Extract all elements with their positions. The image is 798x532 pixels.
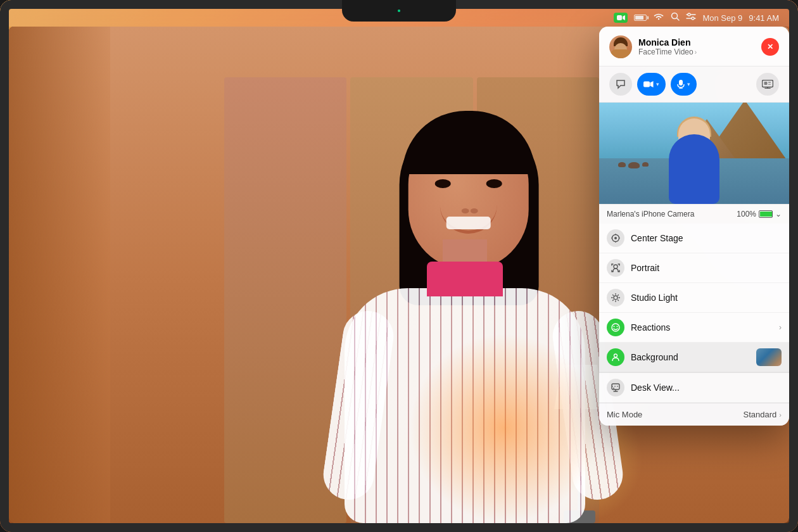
portrait-icon: [607, 259, 624, 277]
background-thumbnail: [756, 348, 782, 366]
portrait-label: Portrait: [631, 263, 782, 273]
rock-2: [628, 162, 640, 168]
video-effects-menu: Center Stage Portrait: [599, 224, 789, 372]
menubar-right: Mon Sep 9 9:41 AM: [614, 12, 779, 23]
center-stage-icon: [607, 229, 624, 247]
person-hair-top: [402, 111, 535, 174]
camera-indicator: [396, 8, 402, 13]
avatar-body: [611, 49, 631, 58]
preview-person: [666, 115, 723, 204]
person-collar: [427, 262, 503, 296]
video-preview: [599, 103, 789, 204]
desk-view-svg: [611, 383, 620, 392]
background-svg: [611, 353, 620, 362]
menu-item-background[interactable]: Background: [599, 343, 789, 372]
subtitle-chevron: ›: [695, 49, 697, 56]
close-icon: ✕: [767, 43, 773, 51]
svg-point-28: [614, 296, 618, 300]
menu-item-center-stage[interactable]: Center Stage: [599, 224, 789, 253]
screen-share-icon: [762, 80, 773, 89]
svg-point-45: [613, 388, 614, 389]
contact-avatar: [609, 35, 632, 58]
contact-name: Monica Dien: [638, 37, 755, 48]
svg-rect-18: [764, 82, 768, 85]
menubar-date: Mon Sep 9: [702, 13, 742, 23]
mic-mode-bar[interactable]: Mic Mode Standard ›: [599, 403, 789, 426]
control-center-icon[interactable]: [686, 12, 696, 23]
center-stage-label: Center Stage: [631, 233, 782, 243]
camera-name: Marlena's iPhone Camera: [607, 210, 694, 218]
menu-item-desk-view[interactable]: Desk View...: [599, 372, 789, 403]
camera-battery: 100% ⌄: [737, 210, 782, 218]
battery-fill: [760, 212, 772, 217]
studio-light-svg: [611, 293, 620, 302]
svg-point-39: [617, 326, 618, 327]
background-icon: [607, 348, 624, 366]
reactions-icon: [607, 319, 624, 336]
message-button[interactable]: [609, 73, 632, 96]
rock-1: [618, 162, 626, 167]
message-icon: [616, 79, 626, 89]
svg-rect-20: [768, 84, 771, 86]
facetime-video-label: FaceTime Video: [638, 48, 694, 56]
center-stage-svg: [611, 234, 620, 243]
background-thumb-image: [756, 348, 782, 366]
menu-item-portrait[interactable]: Portrait: [599, 253, 789, 283]
svg-point-4: [688, 13, 690, 16]
camera-expand-chevron[interactable]: ⌄: [775, 210, 782, 218]
search-icon[interactable]: [671, 12, 680, 23]
svg-line-3: [677, 18, 680, 21]
screen-share-button[interactable]: [756, 73, 779, 96]
background-label: Background: [631, 352, 750, 362]
svg-point-40: [614, 354, 618, 357]
svg-marker-1: [623, 15, 625, 20]
camera-info-bar: Marlena's iPhone Camera 100% ⌄: [599, 204, 789, 224]
rock-3: [642, 162, 649, 167]
person-shirt: [345, 288, 585, 523]
reactions-chevron: ›: [779, 323, 782, 332]
svg-point-22: [614, 237, 617, 239]
preview-body: [669, 134, 719, 204]
contact-subtitle: FaceTime Video ›: [638, 48, 755, 56]
mic-chevron: ▾: [687, 81, 690, 87]
studio-light-icon: [607, 289, 624, 307]
menubar-time: 9:41 AM: [749, 13, 779, 23]
camera-icon: [643, 80, 654, 88]
svg-line-33: [613, 295, 614, 296]
mic-mode-value: Standard ›: [744, 410, 782, 419]
svg-line-34: [618, 300, 619, 301]
person-eye-left: [434, 179, 450, 188]
reactions-svg: [611, 323, 620, 332]
svg-line-35: [618, 295, 619, 296]
notch: [342, 0, 456, 22]
reactions-label: Reactions: [631, 322, 773, 332]
room-curtain: [9, 27, 110, 523]
svg-line-36: [613, 300, 614, 301]
desk-view-icon: [607, 379, 624, 396]
person-in-video: [300, 80, 630, 523]
studio-light-label: Studio Light: [631, 293, 782, 303]
svg-rect-12: [679, 80, 683, 86]
svg-point-27: [614, 265, 618, 269]
person-eye-right: [486, 179, 502, 188]
facetime-menubar-icon[interactable]: [614, 13, 628, 23]
svg-point-37: [612, 324, 619, 331]
battery-percent: 100%: [737, 210, 756, 218]
svg-rect-0: [617, 15, 622, 20]
controls-row: ▾ ▾: [599, 66, 789, 103]
contact-info: Monica Dien FaceTime Video ›: [638, 37, 755, 56]
svg-point-5: [692, 17, 694, 20]
camera-button[interactable]: ▾: [637, 73, 666, 96]
menu-item-studio-light[interactable]: Studio Light: [599, 283, 789, 313]
svg-rect-19: [768, 82, 771, 83]
svg-rect-15: [763, 80, 773, 87]
portrait-svg: [611, 263, 620, 272]
desk-view-label: Desk View...: [631, 383, 782, 393]
mic-mode-current: Standard: [744, 410, 777, 419]
mic-icon: [677, 80, 685, 89]
menu-item-reactions[interactable]: Reactions ›: [599, 313, 789, 343]
mic-button[interactable]: ▾: [671, 73, 697, 96]
wifi-icon: [653, 12, 664, 23]
svg-point-38: [614, 326, 615, 327]
close-button[interactable]: ✕: [761, 38, 779, 56]
